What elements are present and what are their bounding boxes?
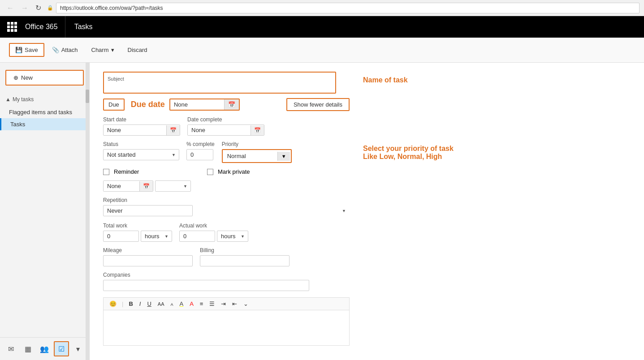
date-complete-calendar-button[interactable]: 📅 <box>251 125 264 135</box>
companies-label: Companies <box>103 272 350 278</box>
collapse-icon[interactable]: ▲ <box>5 96 11 103</box>
app-name: Office 365 <box>25 23 58 31</box>
new-button-label: New <box>21 74 33 81</box>
sidebar-scrollbar[interactable] <box>86 63 89 360</box>
charm-label: Charm <box>91 47 109 53</box>
actual-work-label: Actual work <box>179 223 248 229</box>
forward-button[interactable]: → <box>19 3 30 13</box>
rte-emoji-button[interactable]: 😊 <box>107 300 119 308</box>
status-priority-row: Status Not started In progress Completed… <box>103 141 350 163</box>
save-label: Save <box>25 47 38 53</box>
repetition-select[interactable]: Never Daily Weekly Monthly Yearly <box>103 205 193 216</box>
mail-nav-button[interactable]: ✉ <box>4 341 18 356</box>
percent-complete-input[interactable] <box>186 149 213 160</box>
priority-select[interactable]: Low Normal High <box>224 151 277 161</box>
rte-more-button[interactable]: ⌄ <box>241 300 251 308</box>
date-complete-group: 📅 <box>187 124 264 136</box>
mark-private-checkbox[interactable] <box>207 169 213 175</box>
rte-bold-button[interactable]: B <box>126 300 135 308</box>
address-bar[interactable] <box>56 3 640 13</box>
start-date-calendar-button[interactable]: 📅 <box>166 125 180 135</box>
actual-work-col: Actual work hours <box>179 223 248 242</box>
total-work-label: Total work <box>103 223 172 229</box>
billing-label: Billing <box>200 247 290 253</box>
charm-button[interactable]: Charm ▾ <box>86 43 120 56</box>
mark-private-col: Mark private <box>207 168 250 179</box>
due-row: Due Due date 📅 Show fewer details <box>103 98 350 111</box>
waffle-icon[interactable] <box>7 22 17 32</box>
reminder-date-input[interactable] <box>104 181 139 191</box>
start-date-group: 📅 <box>103 124 180 136</box>
discard-label: Discard <box>128 47 147 53</box>
rte-font-size-up-button[interactable]: AA <box>156 300 167 308</box>
priority-group: Low Normal High ▼ <box>222 149 292 163</box>
reload-button[interactable]: ↻ <box>33 3 43 13</box>
date-complete-input[interactable] <box>188 125 251 135</box>
annotations-panel: Name of task Select your priority of tas… <box>363 72 454 346</box>
companies-input[interactable] <box>103 280 309 291</box>
sidebar: ⊕ New ▲ My tasks Flagged items and tasks… <box>0 63 90 360</box>
rte-bullet-list-button[interactable]: ≡ <box>198 300 206 308</box>
name-of-task-text: Name of task <box>363 76 408 84</box>
total-work-input[interactable] <box>103 231 139 242</box>
save-icon: 💾 <box>15 47 22 53</box>
reminder-checkbox[interactable] <box>103 169 109 175</box>
repetition-select-wrapper: Never Daily Weekly Monthly Yearly <box>103 205 350 216</box>
content-area: Subject Due Due date 📅 Show fewer detail… <box>90 63 644 360</box>
lock-icon: 🔒 <box>47 5 53 11</box>
priority-annotation: Select your priority of task Like Low, N… <box>363 138 454 161</box>
toolbar: 💾 Save 📎 Attach Charm ▾ Discard <box>0 38 644 63</box>
priority-hint-text: Select your priority of task Like Low, N… <box>363 145 454 160</box>
status-label: Status <box>103 141 179 147</box>
total-work-unit-select[interactable]: hours <box>141 231 172 242</box>
actual-work-unit-wrapper: hours <box>217 231 248 242</box>
calendar-nav-button[interactable]: ▦ <box>20 341 35 356</box>
start-date-input[interactable] <box>104 125 166 135</box>
priority-label: Priority <box>222 141 292 147</box>
rte-highlight-button[interactable]: A <box>177 300 186 308</box>
attach-label: Attach <box>61 47 78 53</box>
due-calendar-button[interactable]: 📅 <box>224 99 239 110</box>
more-nav-button[interactable]: ▾ <box>71 341 86 356</box>
rte-body[interactable] <box>103 310 350 346</box>
new-task-button[interactable]: ⊕ New <box>5 70 84 86</box>
priority-dropdown-button[interactable]: ▼ <box>277 152 290 161</box>
save-button[interactable]: 💾 Save <box>9 43 44 57</box>
main-layout: ⊕ New ▲ My tasks Flagged items and tasks… <box>0 63 644 360</box>
subject-input[interactable] <box>108 82 332 89</box>
rte-indent-button[interactable]: ⇥ <box>219 300 228 308</box>
reminder-calendar-button[interactable]: 📅 <box>139 181 153 191</box>
rte-italic-button[interactable]: I <box>137 300 143 308</box>
total-work-col: Total work hours <box>103 223 172 242</box>
due-date-annotation: Due date <box>131 100 165 109</box>
companies-col: Companies <box>103 272 350 291</box>
attach-button[interactable]: 📎 Attach <box>46 43 84 56</box>
show-fewer-button[interactable]: Show fewer details <box>286 98 350 111</box>
status-select[interactable]: Not started In progress Completed Waitin… <box>103 149 179 160</box>
rte-numbered-list-button[interactable]: ☰ <box>207 300 217 308</box>
attach-icon: 📎 <box>52 47 59 53</box>
billing-col: Billing <box>200 247 290 266</box>
back-button[interactable]: ← <box>4 3 16 13</box>
people-nav-button[interactable]: 👥 <box>37 341 52 356</box>
subject-label: Subject <box>108 76 332 81</box>
status-select-wrapper: Not started In progress Completed Waitin… <box>103 149 179 160</box>
tasks-nav-button[interactable]: ☑ <box>54 341 69 356</box>
due-date-input[interactable] <box>170 99 224 110</box>
rte-font-size-down-button[interactable]: A <box>168 300 175 308</box>
rte-font-color-button[interactable]: A <box>187 300 196 308</box>
rte-toolbar: 😊 | B I U AA A A A ≡ ☰ ⇥ ⇤ ⌄ <box>103 297 350 310</box>
actual-work-input[interactable] <box>179 231 215 242</box>
sidebar-item-tasks[interactable]: Tasks <box>0 118 89 130</box>
sidebar-item-flagged[interactable]: Flagged items and tasks <box>0 106 89 118</box>
rte-outdent-button[interactable]: ⇤ <box>230 300 239 308</box>
actual-work-unit-select[interactable]: hours <box>217 231 248 242</box>
my-tasks-label: My tasks <box>13 96 34 103</box>
browser-bar: ← → ↻ 🔒 <box>0 0 644 16</box>
rte-underline-button[interactable]: U <box>145 300 153 308</box>
tasks-label: Tasks <box>10 121 25 128</box>
discard-button[interactable]: Discard <box>122 43 153 56</box>
billing-input[interactable] <box>200 255 290 266</box>
mileage-input[interactable] <box>103 255 193 266</box>
reminder-time-select[interactable] <box>155 180 191 192</box>
